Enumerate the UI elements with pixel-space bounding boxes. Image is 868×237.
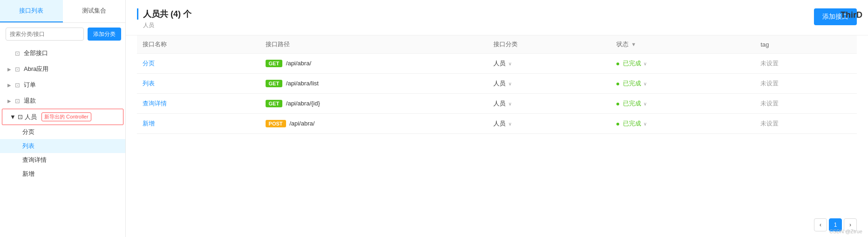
category-text-1: 人员 [493,80,506,87]
tab-interface-list[interactable]: 接口列表 [0,0,63,22]
category-text-3: 人员 [493,120,506,127]
tag-text-1: 未设置 [760,80,779,87]
table-row: 分页 GET /api/abra/ 人员 ∨ 已完成 ∨ 未设置 [137,54,857,74]
status-chevron-icon-2[interactable]: ∨ [643,101,647,106]
search-input[interactable] [6,28,84,41]
sidebar-tabs: 接口列表 测试集合 [0,0,125,23]
cell-category-2: 人员 ∨ [488,94,611,114]
status-chevron-icon-0[interactable]: ∨ [643,61,647,66]
tree-item-abra[interactable]: ▶ ⊡ Abra应用 [0,61,125,77]
col-header-category: 接口分类 [488,35,611,54]
chevron-down-icon-2[interactable]: ∨ [508,101,512,106]
cell-tag-0: 未设置 [755,54,857,74]
method-badge-0: GET [266,60,283,67]
col-header-path: 接口路径 [260,35,488,54]
cell-status-3: 已完成 ∨ [611,114,755,134]
folder-icon-staff: ⊡ [18,113,23,120]
tree-item-staff[interactable]: ▼ ⊡ 人员 新导出的 Controller [2,109,123,125]
chevron-down-icon-1[interactable]: ∨ [508,81,512,86]
status-text-2: 已完成 [623,100,641,107]
tab-test-collection[interactable]: 测试集合 [63,0,126,22]
cell-path-3: POST /api/abra/ [260,114,488,134]
table-header-row: 接口名称 接口路径 接口分类 状态 ▼ tag [137,35,857,54]
pagination: ‹ 1 › [126,213,868,237]
col-header-tag: tag [755,35,857,54]
cell-name-1: 列表 [137,74,260,94]
api-table: 接口名称 接口路径 接口分类 状态 ▼ tag 分页 GET /api/abra… [137,35,857,134]
cell-status-2: 已完成 ∨ [611,94,755,114]
status-dot-0 [616,63,619,65]
cell-tag-3: 未设置 [755,114,857,134]
api-link-3[interactable]: 新增 [143,120,155,127]
arrow-icon-abra: ▶ [7,67,13,72]
third-label: ThirD [841,10,862,20]
path-text-2: /api/abra/{id} [286,100,320,107]
path-text-1: /api/abra/list [286,80,319,87]
method-badge-1: GET [266,80,283,87]
tree-item-order[interactable]: ▶ ⊡ 订单 [0,77,125,93]
cell-category-3: 人员 ∨ [488,114,611,134]
cell-tag-1: 未设置 [755,74,857,94]
cell-category-1: 人员 ∨ [488,74,611,94]
path-text-0: /api/abra/ [286,60,311,67]
table-row: 新增 POST /api/abra/ 人员 ∨ 已完成 ∨ 未设置 [137,114,857,134]
tree-label-order: 订单 [24,81,118,89]
status-dot-3 [616,123,619,125]
status-chevron-icon-3[interactable]: ∨ [643,121,647,126]
tree-label-abra: Abra应用 [24,65,118,73]
path-text-3: /api/abra/ [289,120,314,127]
api-link-0[interactable]: 分页 [143,60,155,67]
cell-status-1: 已完成 ∨ [611,74,755,94]
arrow-icon-refund: ▶ [7,98,13,104]
watermark: CSDN @Ztrue [829,229,862,234]
cell-name-2: 查询详情 [137,94,260,114]
tree-child-liebiao[interactable]: 列表 [0,139,125,153]
cell-tag-2: 未设置 [755,94,857,114]
sidebar-tree: ⊡ 全部接口 ▶ ⊡ Abra应用 ▶ ⊡ 订单 ▶ ⊡ 退款 ▼ ⊡ 人员 新… [0,45,125,237]
table-row: 列表 GET /api/abra/list 人员 ∨ 已完成 ∨ 未设置 [137,74,857,94]
table-body: 分页 GET /api/abra/ 人员 ∨ 已完成 ∨ 未设置 列表 [137,54,857,134]
method-badge-3: POST [266,120,286,127]
tree-item-refund[interactable]: ▶ ⊡ 退款 [0,93,125,109]
api-link-2[interactable]: 查询详情 [143,100,167,107]
tag-text-3: 未设置 [760,120,779,127]
folder-icon-abra: ⊡ [15,66,20,73]
new-controller-badge: 新导出的 Controller [41,112,91,121]
tree-item-all[interactable]: ⊡ 全部接口 [0,45,125,61]
cell-category-0: 人员 ∨ [488,54,611,74]
tree-child-chaxun[interactable]: 查询详情 [0,153,125,167]
page-subtitle: 人员 [137,21,857,29]
tree-label-refund: 退款 [24,97,118,105]
cell-path-2: GET /api/abra/{id} [260,94,488,114]
chevron-down-icon-3[interactable]: ∨ [508,121,512,126]
cell-status-0: 已完成 ∨ [611,54,755,74]
filter-icon[interactable]: ▼ [631,42,636,47]
tag-text-0: 未设置 [760,60,779,67]
tree-label-staff: 人员 [25,113,37,121]
tree-child-fenye[interactable]: 分页 [0,125,125,139]
category-text-0: 人员 [493,60,506,67]
prev-page-button[interactable]: ‹ [814,218,827,231]
arrow-icon-staff: ▼ [10,113,16,120]
page-title: 人员共 (4) 个 [137,8,857,20]
tree-label-all: 全部接口 [24,49,118,57]
api-link-1[interactable]: 列表 [143,80,155,87]
cell-path-0: GET /api/abra/ [260,54,488,74]
tag-text-2: 未设置 [760,100,779,107]
col-header-status: 状态 ▼ [611,35,755,54]
status-dot-1 [616,83,619,85]
tree-child-xinzeng[interactable]: 新增 [0,167,125,181]
cell-name-3: 新增 [137,114,260,134]
main-content: 人员共 (4) 个 人员 添加接口 接口名称 接口路径 接口分类 状态 ▼ ta… [126,0,868,237]
api-table-wrapper: 接口名称 接口路径 接口分类 状态 ▼ tag 分页 GET /api/abra… [126,35,868,213]
status-chevron-icon-1[interactable]: ∨ [643,81,647,86]
table-row: 查询详情 GET /api/abra/{id} 人员 ∨ 已完成 ∨ 未设置 [137,94,857,114]
folder-icon: ⊡ [15,50,20,57]
status-text-1: 已完成 [623,80,641,87]
chevron-down-icon-0[interactable]: ∨ [508,61,512,66]
col-header-name: 接口名称 [137,35,260,54]
status-text-0: 已完成 [623,60,641,67]
status-text-3: 已完成 [623,120,641,127]
cell-path-1: GET /api/abra/list [260,74,488,94]
add-category-button[interactable]: 添加分类 [88,28,121,41]
